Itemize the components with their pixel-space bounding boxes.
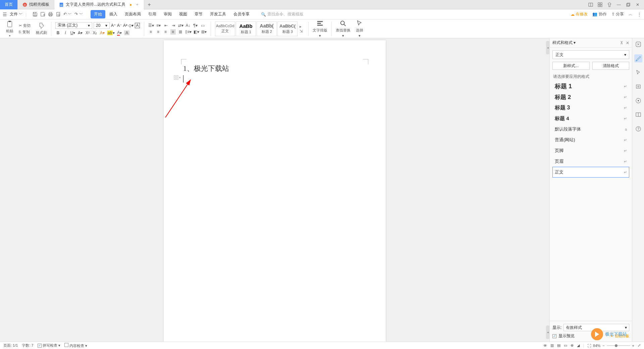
view-outline-icon[interactable]: ▥ bbox=[550, 343, 554, 348]
view-read-icon[interactable]: ▭ bbox=[564, 343, 567, 348]
clear-format-icon[interactable]: ◇▾ bbox=[128, 23, 133, 28]
rt-backup-icon[interactable] bbox=[634, 97, 642, 105]
copy-button[interactable]: ⎘ 复制 bbox=[19, 30, 31, 35]
borders-icon[interactable]: ⊞▾ bbox=[201, 30, 207, 34]
align-center-icon[interactable]: ≡ bbox=[156, 30, 161, 34]
grid-icon[interactable] bbox=[596, 1, 604, 8]
strike-icon[interactable]: A̶▾ bbox=[77, 31, 83, 35]
tab-icon[interactable]: ⇄▾ bbox=[178, 23, 183, 28]
menu-tab-insert[interactable]: 插入 bbox=[106, 10, 121, 18]
bold-icon[interactable]: B bbox=[55, 31, 61, 35]
style-item-标题 4[interactable]: 标题 4↵ bbox=[552, 113, 629, 124]
text-effect-icon[interactable]: A▾ bbox=[100, 31, 105, 35]
hamburger-icon[interactable]: ☰ bbox=[3, 12, 7, 17]
zoom-out-icon[interactable]: − bbox=[602, 344, 604, 348]
current-style-select[interactable]: 正文▾ bbox=[552, 50, 629, 59]
indent-dec-icon[interactable]: ⇤ bbox=[163, 23, 169, 28]
style-item-标题 1[interactable]: 标题 1↵ bbox=[552, 81, 629, 92]
zoom-value[interactable]: 84% bbox=[593, 344, 600, 348]
style-h3[interactable]: AaBbC(标题 3 bbox=[277, 21, 298, 36]
grow-font-icon[interactable]: A⁺ bbox=[111, 23, 116, 28]
menu-tab-member[interactable]: 会员专享 bbox=[230, 10, 253, 18]
style-item-普通(网站)[interactable]: 普通(网站)↵ bbox=[552, 135, 629, 145]
tab-document[interactable]: W 文字是人类用符...远的方式和工具 ● ＋ bbox=[54, 0, 144, 9]
format-painter-button[interactable]: 格式刷 bbox=[36, 22, 47, 35]
ribbon-collapse-icon[interactable]: ︿ bbox=[629, 11, 633, 17]
menu-tab-view[interactable]: 视图 bbox=[176, 10, 191, 18]
style-item-标题 3[interactable]: 标题 3↵ bbox=[552, 102, 629, 113]
clear-format-button[interactable]: 清除格式 bbox=[592, 62, 630, 70]
document-viewport[interactable]: 1、极光下载站 ▾ ◂ ◂ bbox=[0, 38, 549, 342]
line-spacing-icon[interactable]: ‡≡▾ bbox=[185, 30, 192, 34]
align-left-icon[interactable]: ≡ bbox=[148, 30, 154, 34]
preview-checkbox[interactable]: ✓ bbox=[552, 334, 556, 338]
spell-check-toggle[interactable]: ✓ 拼写检查 ▾ bbox=[38, 343, 60, 348]
rt-select-icon[interactable] bbox=[634, 68, 642, 77]
zoom-slider[interactable] bbox=[607, 344, 630, 347]
italic-icon[interactable]: I bbox=[63, 31, 68, 35]
rt-styles-icon[interactable] bbox=[634, 54, 642, 62]
subscript-icon[interactable]: X₂ bbox=[92, 31, 98, 35]
minimize-icon[interactable]: — bbox=[614, 1, 623, 8]
style-normal[interactable]: AaBbCcDd正文 bbox=[215, 21, 235, 36]
style-item-正文[interactable]: 正文↵ bbox=[552, 167, 629, 178]
expand-icon[interactable]: ⤢ bbox=[638, 343, 641, 348]
text-layout-button[interactable]: 文字排版▾ bbox=[313, 20, 327, 38]
fit-icon[interactable]: ⛶ bbox=[587, 344, 591, 348]
superscript-icon[interactable]: X² bbox=[85, 31, 90, 35]
menu-tab-start[interactable]: 开始 bbox=[91, 10, 105, 18]
style-item-标题 2[interactable]: 标题 2↵ bbox=[552, 92, 629, 102]
bullets-icon[interactable]: ☰▾ bbox=[148, 23, 154, 28]
document-page[interactable]: 1、极光下载站 ▾ bbox=[164, 40, 386, 342]
char-border-icon[interactable]: A bbox=[135, 23, 140, 28]
cut-button[interactable]: ✂ 剪切 bbox=[19, 23, 31, 28]
change-case-icon[interactable]: Aª bbox=[123, 23, 127, 28]
layout-icon[interactable] bbox=[586, 1, 595, 8]
panel-close-icon[interactable]: ✕ bbox=[626, 41, 629, 45]
tab-template[interactable]: D 找稻壳模板 bbox=[18, 0, 54, 9]
find-replace-button[interactable]: 查找替换▾ bbox=[336, 20, 351, 38]
style-item-页脚[interactable]: 页脚↵ bbox=[552, 145, 629, 156]
undo-icon[interactable]: ↶ ﹀ bbox=[63, 11, 72, 17]
shading-icon[interactable]: ◧▾ bbox=[194, 30, 199, 34]
style-item-默认段落字体[interactable]: 默认段落字体a bbox=[552, 124, 629, 135]
view-focus-icon[interactable]: ◢ bbox=[577, 343, 580, 348]
style-item-页眉[interactable]: 页眉↵ bbox=[552, 156, 629, 167]
rt-help-icon[interactable] bbox=[634, 111, 642, 119]
redo-icon[interactable]: ↷ ﹀ bbox=[74, 11, 83, 17]
show-marks-icon[interactable]: ¶▾ bbox=[193, 23, 198, 28]
style-h2[interactable]: AaBb(标题 2 bbox=[257, 21, 277, 36]
font-size-select[interactable]: 20▾ bbox=[94, 22, 110, 29]
close-window-icon[interactable]: ✕ bbox=[633, 1, 642, 8]
close-icon[interactable]: ＋ bbox=[135, 2, 139, 7]
new-style-button[interactable]: 新样式... bbox=[552, 62, 590, 70]
print-preview-icon[interactable] bbox=[56, 11, 61, 17]
align-justify-icon[interactable]: ≡ bbox=[170, 29, 176, 35]
style-more-icon[interactable]: ▸⇲ bbox=[298, 24, 304, 34]
rt-limit-icon[interactable] bbox=[634, 83, 642, 91]
menu-tab-reference[interactable]: 引用 bbox=[145, 10, 160, 18]
document-line-1[interactable]: 1、极光下载站 bbox=[183, 64, 366, 73]
highlight-icon[interactable]: ab▾ bbox=[107, 31, 115, 35]
font-name-select[interactable]: 宋体 (正文)▾ bbox=[55, 22, 92, 29]
shrink-font-icon[interactable]: A⁻ bbox=[117, 23, 122, 28]
rt-docer-icon[interactable] bbox=[634, 40, 642, 48]
view-web-icon[interactable]: ⊕ bbox=[571, 343, 574, 348]
paragraph-handle-icon[interactable]: ▾ bbox=[174, 75, 181, 80]
file-menu[interactable]: 文件 ﹀ bbox=[10, 11, 23, 17]
char-shading-icon[interactable]: A bbox=[124, 31, 129, 35]
save-as-icon[interactable] bbox=[40, 11, 45, 17]
share-button[interactable]: ⇪ 分享 bbox=[611, 11, 624, 17]
eye-icon[interactable]: 👁 bbox=[543, 344, 547, 348]
zoom-in-icon[interactable]: + bbox=[632, 344, 634, 348]
skin-icon[interactable] bbox=[605, 1, 614, 8]
coop-button[interactable]: 👥 协作 bbox=[592, 11, 606, 17]
numbering-icon[interactable]: ≡▾ bbox=[156, 23, 161, 28]
indent-inc-icon[interactable]: ⇥ bbox=[171, 23, 176, 28]
align-right-icon[interactable]: ≡ bbox=[163, 30, 168, 34]
command-search[interactable]: 🔍 查找命令、搜索模板 bbox=[261, 11, 304, 17]
content-check-toggle[interactable]: 内容检查 ▾ bbox=[64, 343, 87, 348]
font-color-icon[interactable]: A▾ bbox=[117, 30, 122, 36]
menu-tab-review[interactable]: 审阅 bbox=[160, 10, 175, 18]
panel-collapse-handle-2[interactable]: ◂ bbox=[546, 326, 549, 339]
